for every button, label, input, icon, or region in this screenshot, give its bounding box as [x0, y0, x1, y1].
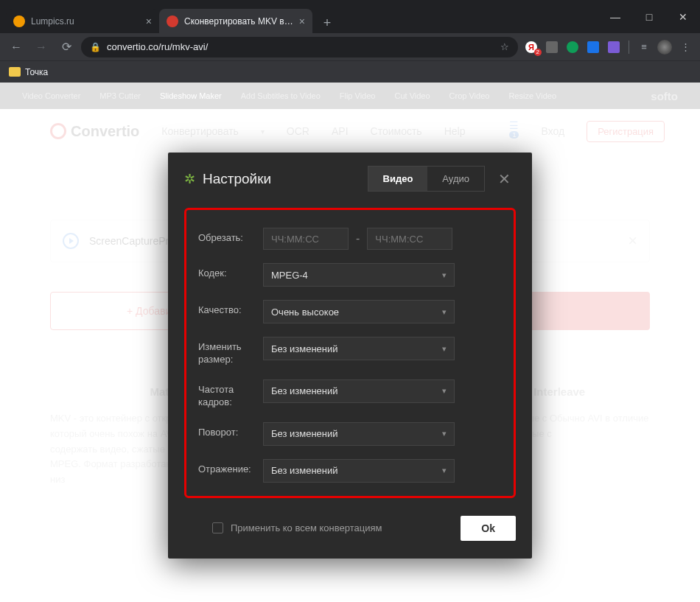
address-bar[interactable]: 🔒 convertio.co/ru/mkv-avi/ ☆: [81, 37, 518, 57]
url-text: convertio.co/ru/mkv-avi/: [107, 41, 208, 52]
label-fps: Частота кадров:: [198, 379, 263, 409]
trim-start-input[interactable]: [263, 228, 349, 250]
profile-avatar[interactable]: [656, 38, 673, 56]
chevron-down-icon: ▾: [442, 307, 447, 317]
ext-icon[interactable]: [584, 38, 602, 56]
browser-tab-lumpics[interactable]: Lumpics.ru ×: [6, 9, 159, 33]
menu-icon[interactable]: ⋮: [676, 38, 694, 56]
nav-reload-button[interactable]: ⟳: [56, 37, 77, 57]
star-icon[interactable]: ☆: [500, 41, 509, 52]
lock-icon: 🔒: [90, 42, 101, 52]
rotate-select[interactable]: Без изменений▾: [263, 422, 455, 446]
chevron-down-icon: ▾: [442, 466, 447, 475]
chevron-down-icon: ▾: [442, 270, 447, 280]
checkbox-icon: [212, 522, 223, 533]
tab-video[interactable]: Видео: [368, 167, 428, 191]
codec-select[interactable]: MPEG-4▾: [263, 263, 455, 287]
favicon-icon: [13, 15, 25, 27]
modal-title: Настройки: [203, 171, 368, 187]
tab-label: Lumpics.ru: [31, 16, 140, 27]
label-quality: Качество:: [198, 300, 263, 317]
tab-audio[interactable]: Аудио: [427, 167, 484, 191]
nav-back-button[interactable]: ←: [6, 37, 27, 57]
chevron-down-icon: ▾: [442, 429, 447, 438]
quality-select[interactable]: Очень высокое▾: [263, 300, 455, 323]
window-minimize[interactable]: —: [598, 6, 632, 28]
window-maximize[interactable]: □: [632, 6, 666, 28]
yandex-ext-icon[interactable]: Я 2: [522, 38, 540, 56]
bookmark-folder-icon: [9, 67, 21, 77]
label-rotate: Поворот:: [198, 422, 263, 439]
ext-icon[interactable]: [543, 38, 561, 56]
reading-list-icon[interactable]: ≡: [635, 38, 653, 56]
close-icon[interactable]: ×: [299, 15, 305, 27]
window-close[interactable]: ✕: [666, 6, 700, 28]
label-flip: Отражение:: [198, 459, 263, 476]
tab-label: Сконвертировать MKV в AVI он: [184, 16, 293, 27]
ext-abp-icon[interactable]: [564, 38, 581, 56]
chevron-down-icon: ▾: [442, 344, 447, 354]
ok-button[interactable]: Ok: [461, 516, 516, 541]
close-icon[interactable]: ✕: [492, 170, 516, 188]
badge: 2: [534, 49, 542, 56]
dash: -: [356, 232, 360, 245]
ext-icon[interactable]: [605, 38, 623, 56]
label-codec: Кодек:: [198, 263, 263, 280]
resize-select[interactable]: Без изменений▾: [263, 337, 455, 360]
apply-all-checkbox[interactable]: Применить ко всем конвертациям: [184, 522, 446, 533]
close-icon[interactable]: ×: [146, 15, 152, 27]
new-tab-button[interactable]: +: [317, 13, 337, 33]
trim-end-input[interactable]: [367, 228, 452, 250]
bookmark-item[interactable]: Точка: [25, 67, 48, 77]
gear-icon: ✲: [184, 171, 195, 187]
svg-text:Я: Я: [528, 43, 534, 52]
flip-select[interactable]: Без изменений▾: [263, 459, 455, 483]
chevron-down-icon: ▾: [442, 386, 447, 396]
settings-modal: ✲ Настройки Видео Аудио ✕ Обрезать: -: [168, 153, 532, 559]
label-resize: Изменить размер:: [198, 337, 263, 366]
label-trim: Обрезать:: [198, 228, 263, 245]
browser-tab-convertio[interactable]: Сконвертировать MKV в AVI он ×: [159, 9, 312, 33]
fps-select[interactable]: Без изменений▾: [263, 379, 455, 403]
favicon-icon: [167, 15, 178, 27]
nav-forward-button: →: [31, 37, 52, 57]
